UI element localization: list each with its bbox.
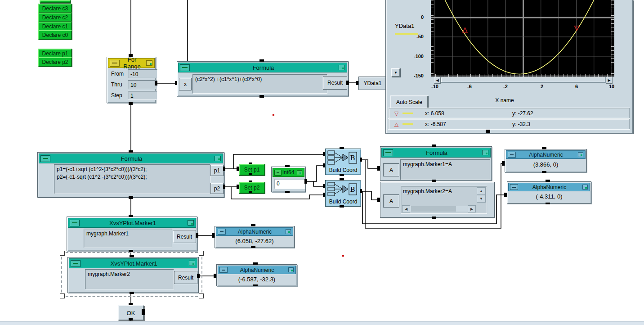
int64-box: Int64 0: [271, 167, 306, 192]
wire-pin: [340, 174, 344, 176]
maximize-icon[interactable]: [339, 65, 345, 70]
formula-poly-titlebar[interactable]: Formula: [178, 63, 347, 72]
scroll-left-icon[interactable]: ◀: [434, 77, 441, 84]
minimize-icon[interactable]: [510, 184, 518, 190]
scroll-right-icon[interactable]: ▶: [606, 77, 613, 84]
output-terminal-result[interactable]: Result: [174, 271, 197, 284]
wire-pin: [129, 102, 133, 105]
formula-marker1-titlebar[interactable]: Formula: [381, 148, 491, 158]
scroll-thumb[interactable]: [411, 206, 456, 212]
selection-handle[interactable]: [60, 293, 65, 298]
input-terminal-a[interactable]: A: [383, 163, 399, 176]
scroll-thumb[interactable]: [441, 77, 605, 82]
y-tick-150: -150: [405, 73, 424, 78]
declare-c1-button[interactable]: Declare c1: [38, 22, 72, 31]
maximize-icon[interactable]: [188, 220, 194, 226]
minimize-icon[interactable]: [71, 260, 80, 267]
input-terminal-a[interactable]: A: [383, 194, 399, 208]
wire-pin: [129, 215, 133, 217]
scroll-left-icon[interactable]: ◀: [402, 205, 410, 212]
scroll-down-icon[interactable]: ▼: [477, 195, 486, 203]
xvsy-marker1-expression[interactable]: mygraph.Marker1: [84, 229, 172, 248]
build-coord-1-box[interactable]: B Build Coord: [325, 149, 361, 175]
from-field[interactable]: -10: [128, 69, 157, 78]
plot-marker-triangle-up[interactable]: [463, 28, 467, 32]
minimize-icon[interactable]: [70, 220, 80, 226]
auto-scale-button[interactable]: Auto Scale: [390, 95, 428, 108]
output-terminal-result[interactable]: Result: [173, 230, 196, 243]
wire-pin: [346, 81, 349, 85]
expression-h-scrollbar[interactable]: ◀ ▶: [402, 205, 476, 212]
x-tick-n6: -6: [461, 84, 479, 89]
maximize-icon[interactable]: [189, 261, 195, 266]
for-range-titlebar[interactable]: For Range: [108, 58, 155, 68]
declare-button-partial[interactable]: [40, 0, 71, 3]
formula-roots-titlebar[interactable]: Formula: [39, 153, 223, 163]
minimize-icon[interactable]: [219, 267, 228, 273]
declare-c3-button[interactable]: Declare c3: [38, 4, 72, 13]
int64-value-field[interactable]: 0: [274, 179, 305, 189]
maximize-icon[interactable]: [297, 170, 302, 175]
output-terminal-result[interactable]: Result: [323, 76, 347, 90]
wire-pin: [249, 162, 252, 164]
formula-marker2-expression[interactable]: mygraph.Marker2=A ▲ ▼ ◀ ▶: [401, 186, 487, 214]
output-terminal-p2[interactable]: p2: [210, 183, 224, 194]
declare-c0-button[interactable]: Declare c0: [38, 30, 72, 40]
minimize-icon[interactable]: [383, 149, 393, 156]
wire-pin: [212, 233, 215, 238]
maximize-icon[interactable]: [578, 152, 583, 157]
declare-c2-button[interactable]: Declare c2: [38, 13, 72, 22]
formula-poly-expression[interactable]: (c2*x^2) +(c1*x^1)+(c0*x^0): [192, 74, 327, 94]
selection-handle[interactable]: [199, 251, 204, 256]
thru-field[interactable]: 10: [128, 80, 157, 89]
maximize-icon[interactable]: [482, 150, 488, 155]
maximize-icon[interactable]: [146, 60, 152, 66]
maximize-icon[interactable]: [215, 156, 221, 161]
minimize-icon[interactable]: [274, 170, 282, 176]
xvsy-marker1-titlebar[interactable]: XvsYPlot.Marker1: [68, 218, 196, 228]
marker2-readout-row: △ x: -6.587 y: -32.3: [389, 119, 630, 129]
step-field[interactable]: 1: [128, 91, 157, 100]
alphanumeric-title: AlphaNumeric: [518, 184, 581, 190]
ydata1-input-terminal[interactable]: YData1: [358, 77, 387, 90]
alphanumeric-titlebar[interactable]: AlphaNumeric: [216, 227, 293, 236]
maximize-icon[interactable]: [582, 185, 588, 190]
declare-p1-button[interactable]: Declare p1: [38, 49, 72, 58]
xvsy-marker2-expression[interactable]: mygraph.Marker2: [85, 269, 174, 289]
selection-handle[interactable]: [199, 293, 204, 298]
maximize-icon[interactable]: [288, 267, 294, 272]
scroll-track[interactable]: [441, 77, 606, 83]
selection-handle[interactable]: [60, 251, 65, 256]
minimize-icon[interactable]: [508, 152, 516, 158]
plot-h-scrollbar[interactable]: ◀ ▶: [434, 77, 613, 83]
minimize-icon[interactable]: [110, 60, 120, 67]
minimize-icon[interactable]: [180, 64, 190, 71]
alphanumeric-title: AlphaNumeric: [516, 152, 576, 158]
int64-titlebar[interactable]: Int64: [273, 168, 304, 177]
wire-pin: [432, 144, 436, 147]
stray-dot: [273, 114, 274, 116]
wire-pin: [155, 81, 157, 86]
build-coord-2-box[interactable]: B Build Coord: [325, 180, 361, 207]
triangle-up-icon: △: [394, 121, 402, 127]
input-terminal-x[interactable]: x: [179, 78, 192, 90]
xvsy-marker2-titlebar[interactable]: XvsYPlot.Marker1: [69, 258, 197, 268]
alphanumeric-titlebar[interactable]: AlphaNumeric: [218, 266, 296, 274]
wire-pin: [360, 158, 362, 162]
alphanumeric-titlebar[interactable]: AlphaNumeric: [506, 150, 586, 159]
scroll-right-icon[interactable]: ▶: [468, 205, 476, 212]
maximize-icon[interactable]: [286, 229, 291, 234]
scroll-up-icon[interactable]: ▲: [477, 187, 486, 195]
minimize-icon[interactable]: [40, 155, 50, 162]
declare-p2-button[interactable]: Declare p2: [38, 57, 72, 67]
axis-dropdown-button[interactable]: ▼: [391, 68, 400, 77]
wire-pin: [259, 95, 264, 98]
alphanumeric-titlebar[interactable]: AlphaNumeric: [508, 183, 590, 191]
wire: [361, 191, 378, 200]
marker1-readout-row: ▽ x: 6.058 y: -27.62: [389, 108, 630, 118]
formula-roots-expression[interactable]: p1=(-c1+sqrt (c1^2-(3*c2*c0)))/(3*c2); p…: [54, 164, 210, 194]
xy-plot-canvas[interactable]: [431, 0, 614, 77]
output-terminal-p1[interactable]: p1: [210, 165, 224, 176]
minimize-icon[interactable]: [218, 229, 226, 235]
formula-marker1-expression[interactable]: mygraph.Marker1=A: [400, 159, 490, 180]
